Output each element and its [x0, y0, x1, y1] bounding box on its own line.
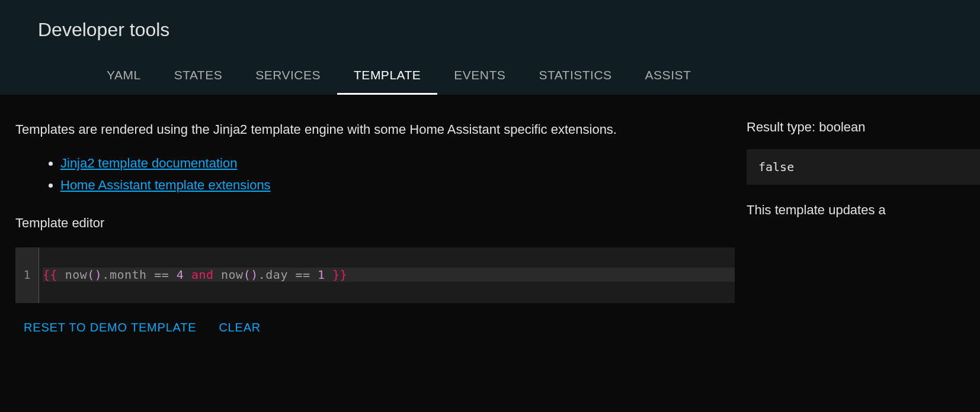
left-panel: Templates are rendered using the Jinja2 … [0, 120, 747, 334]
clear-button[interactable]: CLEAR [219, 321, 261, 334]
update-info: This template updates a [747, 202, 980, 218]
editor-label: Template editor [15, 215, 735, 231]
tab-template[interactable]: TEMPLATE [337, 57, 437, 95]
template-editor[interactable]: 1 {{ now().month == 4 and now().day == 1… [15, 247, 735, 303]
editor-content[interactable]: {{ now().month == 4 and now().day == 1 }… [39, 247, 735, 303]
header: Developer tools YAML STATES SERVICES TEM… [0, 0, 980, 95]
tab-yaml[interactable]: YAML [90, 57, 158, 95]
page-title: Developer tools [0, 0, 980, 57]
result-output: false [747, 149, 980, 185]
tab-statistics[interactable]: STATISTICS [522, 57, 628, 95]
tabs-container: YAML STATES SERVICES TEMPLATE EVENTS STA… [0, 57, 980, 95]
main-content: Templates are rendered using the Jinja2 … [0, 95, 980, 334]
doc-links-list: Jinja2 template documentation Home Assis… [15, 152, 735, 197]
tab-states[interactable]: STATES [158, 57, 239, 95]
tab-events[interactable]: EVENTS [437, 57, 522, 95]
tab-assist[interactable]: ASSIST [629, 57, 708, 95]
right-panel: Result type: boolean false This template… [747, 120, 980, 334]
result-type-label: Result type: boolean [747, 120, 980, 135]
editor-gutter: 1 [15, 247, 39, 303]
list-item: Jinja2 template documentation [60, 152, 735, 174]
reset-button[interactable]: RESET TO DEMO TEMPLATE [24, 321, 196, 334]
description-text: Templates are rendered using the Jinja2 … [15, 120, 735, 139]
line-number: 1 [23, 268, 30, 282]
list-item: Home Assistant template extensions [60, 174, 735, 196]
tab-services[interactable]: SERVICES [239, 57, 337, 95]
editor-buttons: RESET TO DEMO TEMPLATE CLEAR [15, 321, 735, 334]
ha-extensions-link[interactable]: Home Assistant template extensions [60, 178, 271, 192]
jinja2-doc-link[interactable]: Jinja2 template documentation [60, 156, 237, 170]
code-line[interactable]: {{ now().month == 4 and now().day == 1 }… [43, 268, 735, 282]
